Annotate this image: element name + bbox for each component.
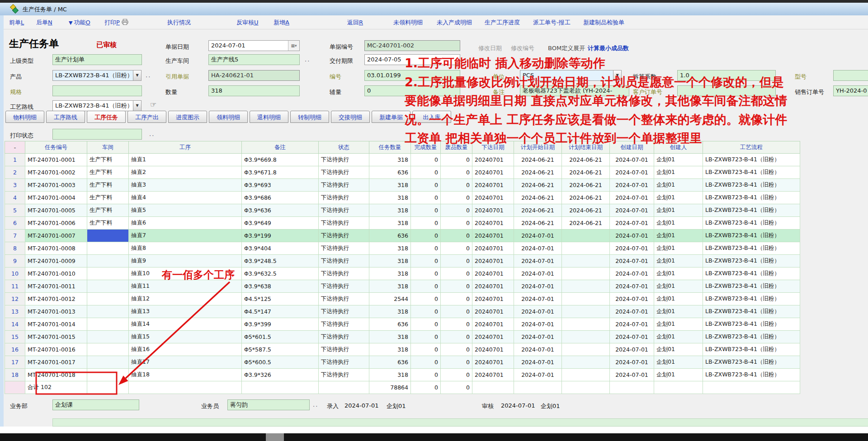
cell-plan-start[interactable]: 2024-07-01 <box>514 255 562 267</box>
cell-creator[interactable]: 企划01 <box>654 267 703 280</box>
cell-row-number[interactable]: 5 <box>5 204 25 217</box>
toolbar-item-add[interactable]: 新增A <box>274 19 289 27</box>
cell-create-date[interactable]: 2024-07-01 <box>610 369 654 381</box>
cell-create-date[interactable]: 2024-07-01 <box>610 267 654 280</box>
cell-workshop[interactable] <box>87 356 129 369</box>
cell-done-qty[interactable]: 0 <box>411 192 441 204</box>
cell-scrap-qty[interactable]: 0 <box>441 280 472 293</box>
cell-remark[interactable]: Φ3.9*404 <box>242 242 319 255</box>
cell-task-no[interactable]: MT-240701-0014 <box>25 318 87 331</box>
cell-done-qty[interactable]: 0 <box>411 166 441 179</box>
cell-row-number[interactable]: 2 <box>5 166 25 179</box>
modify-date-link[interactable]: 修改日期 <box>478 44 502 52</box>
toolbar-item-exec-status[interactable]: 执行情况 <box>167 19 191 27</box>
cell-plan-end[interactable] <box>562 242 610 255</box>
cell-process-flow[interactable]: LB-ZXWB723-B-41（旧粉） <box>703 192 800 204</box>
toolbar-item-unfinished-output[interactable]: 未入产成明细 <box>437 19 472 27</box>
cell-status[interactable]: 下达待执行 <box>319 217 369 230</box>
cell-process-flow[interactable]: LB-ZXWB723-B-41（旧粉） <box>703 280 800 293</box>
cell-creator[interactable]: 企划01 <box>654 242 703 255</box>
tab-process-output[interactable]: 工序产出 <box>127 111 166 123</box>
cell-process[interactable]: 抽直3 <box>129 179 242 192</box>
cell-plan-end[interactable] <box>562 293 610 305</box>
cell-status[interactable]: 下达待执行 <box>319 356 369 369</box>
cell-workshop[interactable] <box>87 305 129 318</box>
cell-scrap-qty[interactable]: 0 <box>441 179 472 192</box>
cell-plan-end[interactable] <box>562 230 610 242</box>
cell-done-qty[interactable]: 0 <box>411 267 441 280</box>
cell-status[interactable]: 下达待执行 <box>319 230 369 242</box>
cell-plan-start[interactable]: 2024-07-01 <box>514 293 562 305</box>
cell-process-flow[interactable]: LB-ZXWB723-B-41（旧粉） <box>703 166 800 179</box>
cell-create-date[interactable]: 2024-07-01 <box>610 331 654 343</box>
cell-task-no[interactable]: MT-240701-0016 <box>25 343 87 356</box>
toolbar-item-new-inspection[interactable]: 新建制品检验单 <box>583 19 624 27</box>
cell-plan-end[interactable] <box>562 318 610 331</box>
cell-remark[interactable]: Φ3.9*636 <box>242 204 319 217</box>
cell-process[interactable]: 抽直5 <box>129 204 242 217</box>
cell-process-flow[interactable]: LB-ZXWB723-B-41（旧粉） <box>703 267 800 280</box>
cell-creator[interactable]: 企划01 <box>654 356 703 369</box>
cell-process[interactable]: 抽直2 <box>129 166 242 179</box>
cell-remark[interactable]: Φ5*587.5 <box>242 343 319 356</box>
col-header-row-number[interactable]: - <box>5 141 25 154</box>
cell-issue-date[interactable]: 20240701 <box>472 154 514 166</box>
cell-remark[interactable]: Φ3.9*632.5 <box>242 267 319 280</box>
cell-process[interactable]: 抽直16 <box>129 343 242 356</box>
modify-no-link[interactable]: 修改编号 <box>511 44 534 52</box>
cell-issue-date[interactable]: 20240701 <box>472 293 514 305</box>
toolbar-item-print[interactable]: 打印P <box>104 19 128 27</box>
cell-task-qty[interactable]: 318 <box>369 331 411 343</box>
cell-issue-date[interactable]: 20240701 <box>472 192 514 204</box>
cell-plan-start[interactable]: 2024-07-01 <box>514 343 562 356</box>
cell-workshop[interactable] <box>87 318 129 331</box>
cell-row-number[interactable]: 12 <box>5 293 25 305</box>
cell-task-qty[interactable]: 636 <box>369 318 411 331</box>
cell-process-flow[interactable]: LB-ZXWB723-B-41（旧粉） <box>703 255 800 267</box>
cell-issue-date[interactable]: 20240701 <box>472 230 514 242</box>
cell-row-number[interactable]: 17 <box>5 356 25 369</box>
cell-process-flow[interactable]: LB-ZXWB723-B-41（旧粉） <box>703 154 800 166</box>
cell-workshop[interactable]: 生产下料 <box>87 217 129 230</box>
cell-scrap-qty[interactable]: 0 <box>441 369 472 381</box>
cell-plan-start[interactable]: 2024-07-01 <box>514 230 562 242</box>
cell-task-qty[interactable]: 636 <box>369 230 411 242</box>
cell-plan-end[interactable] <box>562 331 610 343</box>
cell-creator[interactable]: 企划01 <box>654 305 703 318</box>
cell-scrap-qty[interactable]: 0 <box>441 255 472 267</box>
cell-creator[interactable]: 企划01 <box>654 204 703 217</box>
cell-creator[interactable]: 企划01 <box>654 179 703 192</box>
cell-issue-date[interactable]: 20240701 <box>472 204 514 217</box>
cell-create-date[interactable]: 2024-07-01 <box>610 242 654 255</box>
print-status-field[interactable] <box>52 129 142 140</box>
bom-expand-link[interactable]: BOM定义展开 <box>548 44 585 52</box>
cell-status[interactable]: 下达待执行 <box>319 179 369 192</box>
cell-issue-date[interactable]: 20240701 <box>472 305 514 318</box>
parent-type-field[interactable]: 生产计划单 <box>52 54 142 65</box>
cell-done-qty[interactable]: 0 <box>411 230 441 242</box>
cell-workshop[interactable] <box>87 255 129 267</box>
cell-task-qty[interactable]: 318 <box>369 267 411 280</box>
cell-plan-start[interactable]: 2024-07-01 <box>514 305 562 318</box>
cell-remark[interactable]: Φ3.9*686 <box>242 192 319 204</box>
cell-scrap-qty[interactable]: 0 <box>441 242 472 255</box>
cell-task-qty[interactable]: 2544 <box>369 293 411 305</box>
model-field[interactable] <box>833 70 868 81</box>
cell-plan-start[interactable]: 2024-06-21 <box>514 217 562 230</box>
cell-plan-start[interactable]: 2024-07-01 <box>514 280 562 293</box>
cell-scrap-qty[interactable]: 0 <box>441 293 472 305</box>
toolbar-item-prev[interactable]: 前单L <box>9 19 24 27</box>
cell-task-qty[interactable]: 318 <box>369 204 411 217</box>
cell-process[interactable]: 抽直14 <box>129 318 242 331</box>
cell-status[interactable]: 下达待执行 <box>319 318 369 331</box>
cell-row-number[interactable]: 4 <box>5 192 25 204</box>
col-header-process[interactable]: 工序 <box>129 141 242 154</box>
cell-issue-date[interactable]: 20240701 <box>472 166 514 179</box>
cell-plan-end[interactable]: 2024-06-21 <box>562 166 610 179</box>
toolbar-item-dispatch-report[interactable]: 派工单号-报工 <box>533 19 571 27</box>
cell-process[interactable]: 抽直18 <box>129 369 242 381</box>
cell-plan-end[interactable]: 2024-06-21 <box>562 179 610 192</box>
cell-create-date[interactable]: 2024-07-01 <box>610 255 654 267</box>
cell-scrap-qty[interactable]: 0 <box>441 192 472 204</box>
cell-plan-end[interactable] <box>562 255 610 267</box>
